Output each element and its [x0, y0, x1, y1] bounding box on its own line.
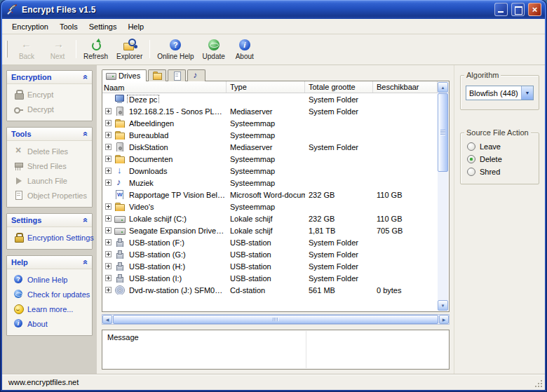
menu-item-help[interactable]: Help	[122, 20, 149, 33]
sidebar-item-online-help[interactable]: Online Help	[9, 273, 90, 285]
tab-music[interactable]	[187, 69, 205, 81]
expand-toggle[interactable]	[105, 239, 112, 245]
algorithm-select[interactable]: Blowfish (448)	[466, 86, 534, 100]
column-header-totale-grootte[interactable]: Totale grootte	[305, 81, 373, 93]
expand-toggle[interactable]	[105, 203, 112, 210]
row-name: Muziek	[128, 179, 155, 187]
table-row[interactable]: USB-station (H:)USB-stationSystem Folder	[102, 260, 438, 272]
table-row[interactable]: USB-station (F:)USB-stationSystem Folder	[102, 236, 438, 248]
expand-toggle[interactable]	[105, 215, 112, 222]
scroll-left-button[interactable]	[102, 315, 112, 324]
table-row[interactable]: MuziekSysteemmap	[102, 177, 438, 189]
radio-shred[interactable]: Shred	[466, 165, 534, 178]
toolbar-about[interactable]: About	[229, 36, 260, 62]
close-button[interactable]	[528, 3, 541, 16]
row-type: USB-station	[227, 274, 305, 283]
table-row[interactable]: Dvd-rw-station (J:) SFM0064Cd-station561…	[102, 284, 438, 296]
row-name: Lokale schijf (C:)	[128, 215, 188, 223]
expand-toggle[interactable]	[105, 108, 112, 114]
scroll-up-button[interactable]	[438, 82, 448, 93]
radio-delete[interactable]: Delete	[466, 153, 534, 165]
chevron-down-icon[interactable]	[521, 86, 533, 100]
menu-item-settings[interactable]: Settings	[83, 20, 123, 33]
expand-toggle[interactable]	[105, 287, 112, 293]
tab-drives[interactable]: Drives	[102, 69, 147, 81]
toolbar-back[interactable]: Back	[11, 36, 42, 62]
panel-header-encryption[interactable]: Encryption»	[7, 71, 92, 84]
horizontal-scroll-thumb[interactable]	[113, 315, 438, 324]
expand-toggle[interactable]	[105, 132, 112, 138]
column-header-type[interactable]: Type	[227, 81, 305, 93]
row-total-size: 1,81 TB	[305, 227, 373, 235]
tab-documents[interactable]	[168, 69, 186, 81]
minimize-button[interactable]	[494, 3, 508, 16]
panel-header-tools[interactable]: Tools»	[7, 128, 92, 141]
toolbar-next[interactable]: Next	[42, 36, 73, 62]
maximize-button[interactable]	[511, 3, 525, 16]
row-name: USB-station (G:)	[128, 250, 187, 259]
table-row[interactable]: Seagate Expansion Drive (E:)Lokale schij…	[102, 224, 438, 236]
folder-icon	[114, 154, 126, 163]
sidebar-item-learn-more[interactable]: Learn more...	[9, 303, 90, 315]
expand-toggle[interactable]	[105, 168, 112, 174]
sidebar-item-shred-files[interactable]: Shred Files	[9, 160, 90, 172]
sidebar-item-decrypt[interactable]: Decrypt	[9, 103, 90, 115]
table-row[interactable]: DiskStationMediaserverSystem Folder	[102, 141, 438, 153]
table-row[interactable]: DocumentenSysteemmap	[102, 153, 438, 165]
table-row[interactable]: AfbeeldingenSysteemmap	[102, 117, 438, 129]
expand-toggle[interactable]	[105, 156, 112, 162]
vertical-scrollbar[interactable]	[438, 82, 448, 311]
message-label: Message	[107, 333, 139, 342]
toolbar-refresh[interactable]: Refresh	[79, 36, 112, 62]
sidebar-item-about[interactable]: About	[9, 318, 90, 330]
toolbar-explorer[interactable]: Explorer	[112, 36, 147, 62]
chevron-up-icon: »	[81, 218, 90, 223]
row-name: Documenten	[128, 155, 174, 163]
column-header-beschikbaar[interactable]: Beschikbaar	[373, 81, 438, 93]
sidebar-item-encryption-settings[interactable]: Encryption Settings	[9, 231, 90, 243]
expand-toggle[interactable]	[105, 144, 112, 150]
sidebar-item-launch-file[interactable]: Launch File	[9, 175, 90, 187]
table-row[interactable]: Rapportage TP Vision Beldsc...Microsoft …	[102, 189, 438, 201]
scroll-down-button[interactable]	[438, 300, 448, 311]
sidebar-item-check-for-updates[interactable]: Check for updates	[9, 288, 90, 300]
table-row[interactable]: 192.168.2.15 - Sonos PLAY:3MediaserverSy…	[102, 105, 438, 117]
name-cell: Documenten	[102, 154, 227, 163]
row-name: Rapportage TP Vision Beldsc...	[128, 191, 227, 199]
panel-header-help[interactable]: Help»	[7, 256, 92, 269]
toolbar-online-help[interactable]: Online Help	[153, 36, 198, 62]
row-total-size: System Folder	[305, 274, 373, 283]
resize-grip[interactable]	[534, 379, 543, 388]
vertical-scroll-track[interactable]	[438, 93, 448, 300]
mediaserver-icon	[114, 107, 126, 116]
radio-leave[interactable]: Leave	[466, 140, 534, 153]
source-file-action-label: Source File Action	[464, 128, 531, 137]
toolbar-update[interactable]: Update	[198, 36, 229, 62]
sidebar-item-object-properties[interactable]: Object Properties	[9, 189, 90, 201]
expand-toggle[interactable]	[105, 180, 112, 186]
scroll-right-button[interactable]	[439, 315, 449, 324]
table-row[interactable]: Deze pcSystem Folder	[102, 93, 438, 105]
expand-toggle[interactable]	[105, 263, 112, 269]
sidebar-item-encrypt[interactable]: Encrypt	[9, 88, 90, 100]
vertical-scroll-thumb[interactable]	[438, 93, 448, 172]
menu-item-encryption[interactable]: Encryption	[6, 20, 54, 33]
table-row[interactable]: Video'sSysteemmap	[102, 201, 438, 212]
table-row[interactable]: Lokale schijf (C:)Lokale schijf232 GB110…	[102, 212, 438, 224]
menu-item-tools[interactable]: Tools	[54, 20, 83, 33]
table-row[interactable]: USB-station (G:)USB-stationSystem Folder	[102, 248, 438, 260]
tab-folders[interactable]	[148, 69, 166, 81]
panel-header-settings[interactable]: Settings»	[7, 214, 92, 227]
expand-toggle[interactable]	[105, 251, 112, 257]
table-row[interactable]: USB-station (I:)USB-stationSystem Folder	[102, 272, 438, 284]
expand-toggle[interactable]	[105, 120, 112, 126]
column-header-naam[interactable]: Naam	[102, 81, 227, 93]
table-row[interactable]: BureaubladSysteemmap	[102, 129, 438, 141]
expand-spacer	[105, 96, 112, 102]
expand-toggle[interactable]	[105, 275, 112, 281]
horizontal-scrollbar[interactable]	[102, 314, 450, 325]
expand-toggle[interactable]	[105, 227, 112, 234]
sidebar-item-label: Launch File	[27, 177, 67, 185]
sidebar-item-delete-files[interactable]: Delete Files	[9, 145, 90, 157]
table-row[interactable]: DownloadsSysteemmap	[102, 165, 438, 177]
